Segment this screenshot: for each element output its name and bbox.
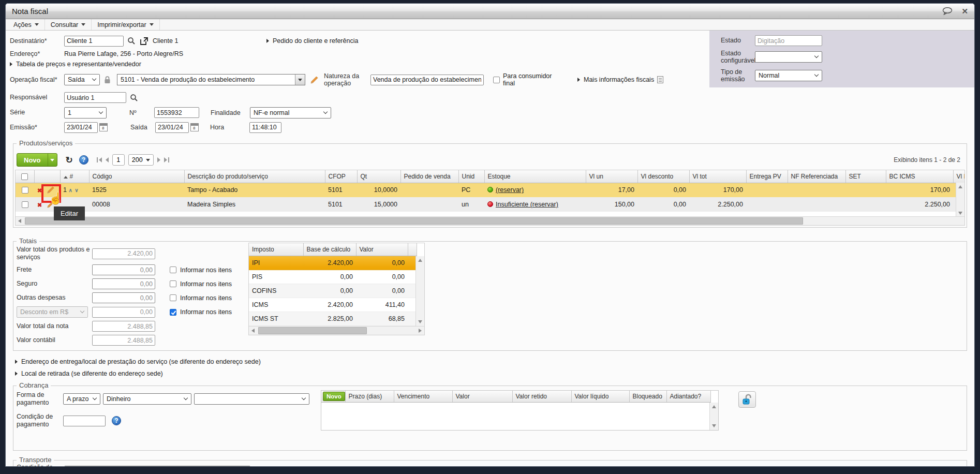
menu-imprimir-exportar[interactable]: Imprimir/exportar [92, 19, 159, 30]
frete-input[interactable] [92, 264, 155, 275]
vertical-scrollbar[interactable] [956, 183, 964, 217]
novo-button[interactable]: Novo [17, 153, 57, 167]
col-qt[interactable]: Qt [357, 170, 400, 183]
pager-prev-button[interactable] [106, 157, 109, 162]
condicao-pagamento-input[interactable] [63, 416, 106, 426]
informar-desconto-checkbox[interactable] [170, 309, 176, 316]
emissao-input[interactable] [64, 122, 98, 133]
product-row-2[interactable]: ✖ 00008 Madeira Simples 5101 15,0000 [16, 197, 965, 212]
delete-icon[interactable]: ✖ [37, 187, 42, 194]
pager-page-size-select[interactable]: 200 [128, 154, 154, 166]
responsavel-input[interactable] [64, 92, 126, 103]
hora-input[interactable] [249, 122, 281, 133]
search-icon[interactable] [130, 94, 138, 102]
horizontal-scrollbar[interactable] [249, 326, 424, 335]
operacao-cfop-combo[interactable]: 5101 - Venda de produção do estabelecime… [117, 74, 305, 85]
col-codigo[interactable]: Código [89, 170, 184, 183]
condicao-frete-select[interactable]: 9 - Sem ocorrência de transporte [64, 466, 250, 467]
menu-acoes[interactable]: Ações [8, 19, 45, 30]
informar-seguro-checkbox[interactable] [170, 280, 176, 287]
combo-dropdown-button[interactable] [295, 75, 305, 85]
edit-pencil-icon[interactable] [310, 76, 319, 84]
scrollbar-thumb[interactable] [258, 327, 367, 334]
search-icon[interactable] [127, 37, 136, 45]
serie-select[interactable]: 1 [64, 107, 107, 119]
operacao-tipo-select[interactable]: Saída [64, 74, 100, 85]
numero-input[interactable] [154, 107, 199, 118]
informar-outras[interactable]: Informar nos itens [170, 294, 232, 302]
scroll-up-icon[interactable] [418, 259, 422, 262]
prazo-select[interactable]: A prazo [63, 393, 100, 405]
col-cfop[interactable]: CFOP [325, 170, 357, 183]
tax-row-ipi[interactable]: IPI2.420,000,00 [249, 256, 417, 270]
vertical-scrollbar[interactable] [709, 403, 718, 430]
informar-frete-checkbox[interactable] [170, 266, 176, 273]
desconto-input[interactable] [92, 307, 155, 318]
scroll-down-icon[interactable] [418, 320, 422, 323]
tabela-precos-toggle[interactable]: Tabela de preços e representante/vendedo… [10, 61, 141, 68]
finalidade-select[interactable]: NF-e normal [250, 107, 331, 119]
horizontal-scrollbar[interactable] [16, 216, 964, 225]
seguro-input[interactable] [92, 278, 155, 289]
product-row-1[interactable]: ✖ 1 ∧ ∨ 1525 Tampo - Acabado 5101 10,000… [16, 183, 965, 197]
novo-dropdown-button[interactable] [48, 154, 57, 166]
scroll-down-icon[interactable] [712, 424, 716, 427]
consumidor-final-checkbox[interactable] [493, 77, 500, 83]
scroll-right-icon[interactable] [419, 329, 422, 333]
col-set[interactable]: SET [845, 170, 886, 183]
col-vl-tot[interactable]: Vl tot [689, 170, 746, 183]
pager-first-button[interactable] [97, 157, 102, 162]
move-up-icon[interactable]: ∧ [68, 187, 72, 193]
row-checkbox[interactable] [22, 201, 28, 208]
col-estoque[interactable]: Estoque [484, 170, 586, 183]
col-vl-desconto[interactable]: Vl desconto [637, 170, 689, 183]
col-num[interactable]: # [60, 170, 89, 183]
reservar-link[interactable]: Insuficiente (reservar) [496, 201, 558, 208]
col-entrega-pv[interactable]: Entrega PV [746, 170, 788, 183]
help-icon[interactable]: ? [79, 155, 88, 165]
novo-parcela-button[interactable]: Novo [323, 392, 345, 401]
scroll-up-icon[interactable] [958, 185, 962, 188]
endereco-entrega-toggle[interactable]: Endereço de entrega/local de prestação d… [15, 358, 967, 365]
unlock-button[interactable] [738, 391, 756, 408]
scroll-up-icon[interactable] [712, 405, 716, 408]
tipo-emissao-select[interactable]: Normal [755, 70, 822, 81]
vertical-scrollbar[interactable] [415, 256, 424, 326]
reservar-link[interactable]: (reservar) [496, 186, 524, 194]
calendar-icon[interactable] [99, 123, 108, 131]
conta-select[interactable] [194, 393, 309, 405]
col-descricao[interactable]: Descrição do produto/serviço [184, 170, 325, 183]
tax-row-pis[interactable]: PIS0,000,00 [249, 270, 417, 284]
pager-next-button[interactable] [157, 157, 160, 162]
delete-icon[interactable]: ✖ [37, 202, 42, 208]
natureza-input[interactable] [370, 75, 484, 85]
scroll-left-icon[interactable] [18, 219, 21, 223]
col-bc-icms[interactable]: BC ICMS [886, 170, 953, 183]
tax-row-icms[interactable]: ICMS2.420,00411,40 [249, 298, 417, 312]
col-vl-un[interactable]: Vl un [586, 170, 637, 183]
scroll-left-icon[interactable] [251, 329, 255, 333]
row-checkbox[interactable] [22, 187, 28, 194]
calendar-icon[interactable] [190, 123, 199, 131]
informar-frete[interactable]: Informar nos itens [170, 266, 232, 274]
close-icon[interactable]: ✕ [961, 7, 968, 15]
destinatario-input[interactable] [64, 36, 124, 47]
pager-page-input[interactable]: 1 [112, 154, 125, 166]
col-vl-icms[interactable]: Vl ICMS [953, 170, 965, 183]
scrollbar-thumb[interactable] [25, 217, 803, 225]
tax-row-cofins[interactable]: COFINS0,000,00 [249, 284, 417, 298]
move-down-icon[interactable]: ∨ [75, 187, 79, 193]
cliente-link[interactable]: Cliente 1 [153, 37, 178, 45]
col-pedido[interactable]: Pedido de venda [400, 170, 458, 183]
col-nf-referenciada[interactable]: NF Referenciada [788, 170, 845, 183]
scroll-down-icon[interactable] [958, 212, 962, 215]
comment-icon[interactable] [942, 7, 953, 15]
estado-configuravel-select[interactable] [755, 51, 822, 63]
informar-seguro[interactable]: Informar nos itens [170, 280, 232, 288]
help-icon[interactable]: ? [112, 416, 121, 425]
pager-last-button[interactable] [164, 157, 169, 162]
metodo-pagamento-select[interactable]: Dinheiro [103, 393, 191, 405]
outras-despesas-input[interactable] [92, 292, 155, 303]
local-retirada-toggle[interactable]: Local de retirada (se diferente do ender… [15, 370, 967, 377]
refresh-icon[interactable]: ↻ [66, 155, 73, 166]
